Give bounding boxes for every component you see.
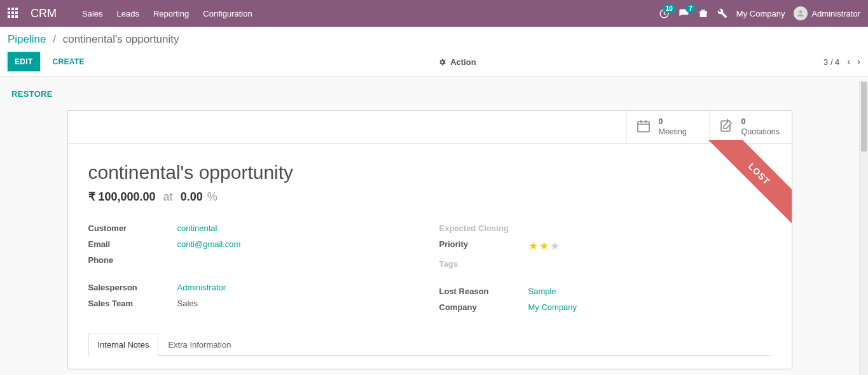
messages-badge: 7 [685, 4, 696, 13]
activities-badge: 10 [663, 4, 676, 13]
breadcrumb-separator: / [53, 33, 56, 45]
nav-reporting[interactable]: Reporting [153, 9, 189, 18]
nav-sales[interactable]: Sales [82, 9, 103, 18]
app-name[interactable]: CRM [31, 7, 57, 20]
topbar: CRM Sales Leads Reporting Configuration … [0, 0, 868, 27]
gift-icon[interactable] [698, 8, 708, 18]
gear-icon [438, 58, 446, 66]
nav-leads[interactable]: Leads [117, 9, 139, 18]
pager-text: 3 / 4 [823, 57, 839, 67]
main-nav: Sales Leads Reporting Configuration [82, 9, 659, 18]
control-panel: Pipeline / continental's opportunity EDI… [0, 27, 868, 77]
settings-icon[interactable] [717, 8, 727, 18]
breadcrumb-root[interactable]: Pipeline [8, 33, 46, 45]
avatar-icon [794, 6, 808, 20]
messages-icon[interactable]: 7 [679, 8, 689, 19]
activities-icon[interactable]: 10 [659, 8, 670, 19]
company-switch[interactable]: My Company [736, 9, 785, 18]
action-menu[interactable]: Action [91, 57, 823, 67]
right-nav: 10 7 My Company Administrator [659, 6, 860, 20]
breadcrumb-current: continental's opportunity [63, 33, 179, 45]
pager: 3 / 4 ‹ › [823, 56, 860, 67]
breadcrumb: Pipeline / continental's opportunity [8, 33, 860, 46]
nav-configuration[interactable]: Configuration [203, 9, 252, 18]
user-menu[interactable]: Administrator [794, 6, 860, 20]
user-name: Administrator [811, 9, 860, 18]
pager-next-icon[interactable]: › [857, 56, 860, 67]
action-label: Action [450, 57, 476, 67]
create-button[interactable]: CREATE [46, 52, 91, 71]
edit-button[interactable]: EDIT [8, 52, 40, 71]
pager-prev-icon[interactable]: ‹ [847, 56, 850, 67]
apps-icon[interactable] [8, 8, 19, 19]
